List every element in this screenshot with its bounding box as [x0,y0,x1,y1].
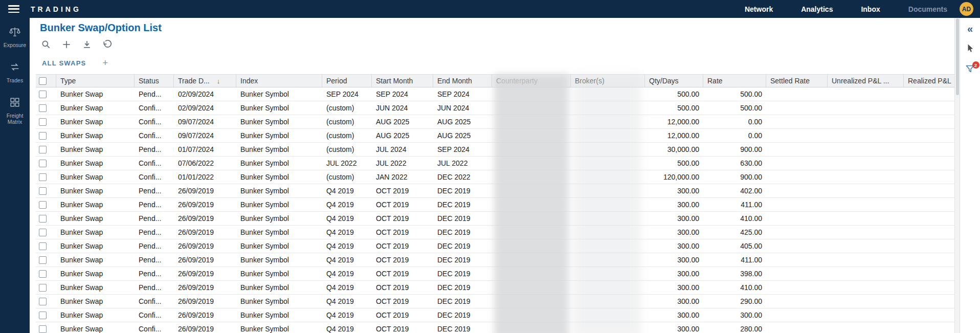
table-row[interactable]: Bunker Swap Pend... 01/07/2024 Bunker Sy… [36,143,954,157]
table-row[interactable]: Bunker Swap Confi... 09/07/2024 Bunker S… [36,129,954,143]
cell-end-month: JUN 2024 [433,101,492,115]
column-header-start-month[interactable]: Start Month [372,75,433,87]
select-all-checkbox[interactable] [39,77,47,85]
cell-qty-days: 300.00 [645,198,703,211]
column-header-settled-rate[interactable]: Settled Rate [766,75,828,87]
table-row[interactable]: Bunker Swap Confi... 07/06/2022 Bunker S… [36,157,954,170]
column-header-brokers[interactable]: Broker(s) [571,75,645,87]
cell-status: Confi... [135,115,174,128]
sidebar-item-freight-matrix[interactable]: Freight Matrix [0,97,30,125]
cell-start-month: OCT 2019 [372,308,433,322]
column-header-type[interactable]: Type [56,75,135,87]
download-button[interactable] [81,39,93,51]
row-checkbox[interactable] [39,173,47,181]
cell-unrealized-pnl [828,253,904,267]
cell-status: Pend... [135,226,174,239]
filter-count-badge: 2 [972,61,979,69]
refresh-button[interactable] [101,39,114,51]
cell-realized-pnl [904,308,954,322]
cell-trade-date: 26/09/2019 [174,226,236,239]
cell-type: Bunker Swap [56,101,135,115]
table-row[interactable]: Bunker Swap Confi... 26/09/2019 Bunker S… [36,308,954,322]
sidebar-item-trades[interactable]: Trades [0,61,30,83]
table-row[interactable]: Bunker Swap Pend... 26/09/2019 Bunker Sy… [36,281,954,295]
cell-realized-pnl [904,115,954,128]
table-row[interactable]: Bunker Swap Pend... 26/09/2019 Bunker Sy… [36,239,954,253]
select-tool-button[interactable] [964,42,977,56]
cell-brokers [571,212,645,225]
row-checkbox[interactable] [39,118,47,126]
cell-counterparty [492,143,571,156]
column-header-realized-pnl[interactable]: Realized P&L [904,75,954,87]
top-bar: TRADING Network Analytics Inbox Document… [0,0,980,18]
nav-item-documents[interactable]: Documents [908,5,947,13]
cell-end-month: JUL 2022 [433,157,492,170]
cell-status: Pend... [135,281,174,294]
row-checkbox[interactable] [39,146,47,153]
cell-period: (custom) [322,143,372,156]
table-row[interactable]: Bunker Swap Pend... 02/09/2024 Bunker Sy… [36,87,954,101]
column-header-period[interactable]: Period [322,75,372,87]
collapse-panel-button[interactable]: « [964,22,977,35]
nav-item-network[interactable]: Network [745,5,773,13]
search-button[interactable] [40,39,52,51]
row-checkbox[interactable] [39,187,47,195]
row-checkbox[interactable] [39,104,47,112]
table-row[interactable]: Bunker Swap Confi... 09/07/2024 Bunker S… [36,115,954,129]
nav-item-analytics[interactable]: Analytics [801,5,833,13]
row-checkbox[interactable] [39,215,47,223]
cursor-arrow-icon [965,43,975,55]
column-header-status[interactable]: Status [135,75,174,87]
matrix-grid-icon [9,97,20,110]
column-header-counterparty[interactable]: Counterparty [492,75,571,87]
nav-item-inbox[interactable]: Inbox [861,5,880,13]
cell-index: Bunker Symbol [236,295,322,308]
table-row[interactable]: Bunker Swap Pend... 26/09/2019 Bunker Sy… [36,198,954,212]
table-row[interactable]: Bunker Swap Pend... 26/09/2019 Bunker Sy… [36,184,954,198]
table-row[interactable]: Bunker Swap Pend... 26/09/2019 Bunker Sy… [36,267,954,281]
sidebar-item-label: Exposure [4,42,26,48]
cell-period: Q4 2019 [322,212,372,225]
add-view-button[interactable]: + [101,58,109,68]
sidebar-item-exposure[interactable]: Exposure [0,26,30,48]
vertical-scrollbar[interactable] [954,18,960,333]
row-checkbox[interactable] [39,91,47,98]
row-checkbox[interactable] [39,242,47,250]
add-trade-button[interactable] [60,39,73,51]
table-row[interactable]: Bunker Swap Pend... 26/09/2019 Bunker Sy… [36,226,954,239]
table-row[interactable]: Bunker Swap Confi... 01/01/2022 Bunker S… [36,170,954,184]
column-header-qty-days[interactable]: Qty/Days [645,75,703,87]
table-row[interactable]: Bunker Swap Confi... 02/09/2024 Bunker S… [36,101,954,115]
column-header-trade-date[interactable]: Trade D... ↓ [174,75,236,87]
row-checkbox[interactable] [39,229,47,236]
row-checkbox[interactable] [39,256,47,264]
cell-settled-rate [766,87,828,101]
row-checkbox[interactable] [39,298,47,305]
row-checkbox-cell [36,184,56,197]
row-checkbox[interactable] [39,132,47,140]
cell-realized-pnl [904,322,954,333]
user-avatar[interactable]: AD [960,2,973,16]
row-checkbox[interactable] [39,201,47,209]
row-checkbox[interactable] [39,325,47,333]
column-header-unrealized-pnl[interactable]: Unrealized P&L ... [828,75,904,87]
column-header-end-month[interactable]: End Month [433,75,492,87]
row-checkbox[interactable] [39,160,47,167]
column-header-rate[interactable]: Rate [703,75,766,87]
tab-all-swaps[interactable]: ALL SWAPS [42,59,86,67]
scrollbar-thumb[interactable] [956,18,959,95]
column-header-index[interactable]: Index [236,75,322,87]
cell-end-month: DEC 2019 [433,308,492,322]
row-checkbox[interactable] [39,284,47,292]
table-row[interactable]: Bunker Swap Confi... 26/09/2019 Bunker S… [36,322,954,333]
table-row[interactable]: Bunker Swap Confi... 26/09/2019 Bunker S… [36,295,954,308]
hamburger-menu-icon[interactable] [8,5,19,13]
row-checkbox[interactable] [39,270,47,278]
table-row[interactable]: Bunker Swap Pend... 26/09/2019 Bunker Sy… [36,253,954,267]
row-checkbox[interactable] [39,312,47,319]
cell-status: Confi... [135,157,174,170]
cell-realized-pnl [904,212,954,225]
cell-brokers [571,101,645,115]
filter-button[interactable]: 2 [964,63,977,76]
table-row[interactable]: Bunker Swap Pend... 26/09/2019 Bunker Sy… [36,212,954,226]
